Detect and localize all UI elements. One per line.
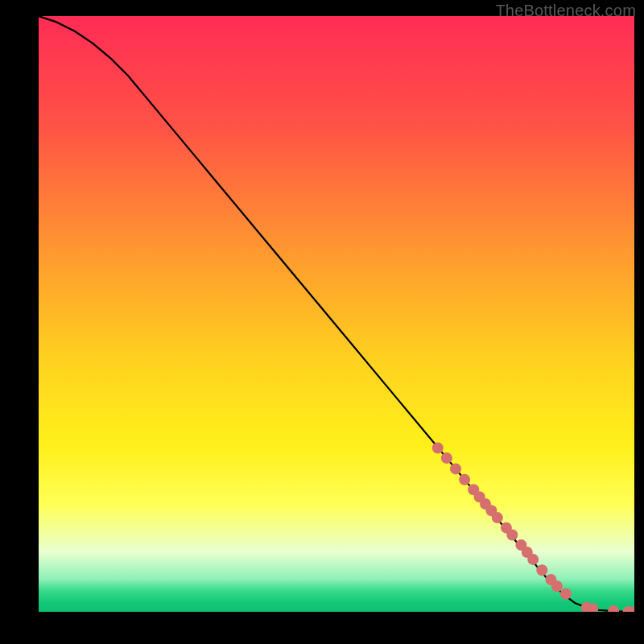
svg-point-14 (527, 554, 539, 565)
svg-point-17 (551, 580, 563, 592)
svg-rect-0 (39, 16, 634, 612)
svg-point-4 (459, 474, 470, 485)
svg-point-2 (441, 452, 452, 464)
svg-point-3 (450, 463, 461, 474)
svg-point-1 (432, 443, 444, 454)
svg-point-11 (506, 530, 518, 541)
plot-area (39, 16, 634, 612)
chart-frame: TheBottleneck.com (0, 0, 644, 644)
watermark-text: TheBottleneck.com (495, 2, 636, 20)
svg-point-9 (492, 512, 503, 523)
svg-point-15 (536, 564, 547, 576)
svg-point-18 (560, 588, 572, 600)
chart-svg (39, 16, 634, 612)
